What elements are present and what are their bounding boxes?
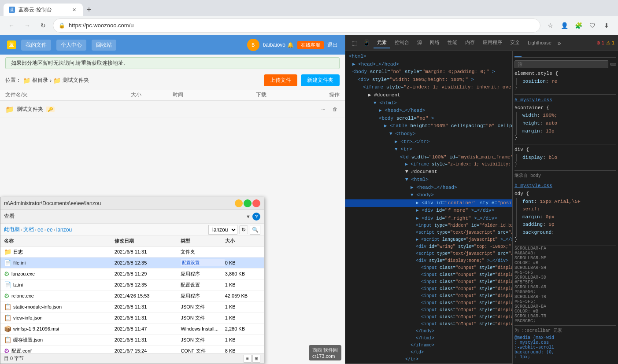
html-line[interactable]: <td width="100%" id="mydisk_main_frame" … bbox=[345, 154, 512, 162]
html-line[interactable]: </html> bbox=[345, 335, 512, 342]
fe-list-view-button[interactable]: ≡ bbox=[244, 355, 252, 363]
account-icon[interactable]: 👤 bbox=[558, 19, 570, 32]
html-line-selected[interactable]: ▶ <div id="container" style="position: r… bbox=[345, 199, 512, 207]
back-button[interactable]: ← bbox=[5, 19, 18, 32]
fe-path-dropdown[interactable]: lanzou bbox=[208, 225, 237, 235]
html-line[interactable]: <body scroll="no" style="margin: 0;paddi… bbox=[345, 68, 512, 76]
breadcrumb-root[interactable]: 根目录 bbox=[32, 77, 48, 84]
html-line[interactable]: ▶ <head>…</head> bbox=[345, 61, 512, 69]
tab-application[interactable]: 应用程序 bbox=[479, 37, 506, 48]
html-line[interactable]: ▼ <body> bbox=[345, 191, 512, 199]
list-item[interactable]: 📄 lz.ini 2021/6/8 12:35 配置设置 1 KB bbox=[0, 279, 264, 290]
forward-button[interactable]: → bbox=[21, 19, 33, 32]
html-line[interactable]: <input class="oInput" style="display: no… bbox=[345, 272, 512, 279]
style-source-link[interactable]: # mystyle.css bbox=[514, 97, 552, 103]
html-line[interactable]: <input class="oInput" style="display: no… bbox=[345, 279, 512, 286]
tab-styles[interactable] bbox=[514, 53, 522, 57]
list-item[interactable]: 📦 winfsp-1.9.21096.msi 2021/6/8 11:47 Wi… bbox=[0, 324, 264, 335]
html-line[interactable]: <input class="oInput" style="display: no… bbox=[345, 293, 512, 300]
fe-help-button[interactable]: ? bbox=[252, 213, 260, 221]
tab-computed[interactable] bbox=[522, 53, 529, 57]
html-line[interactable]: </td> bbox=[345, 349, 512, 356]
refresh-button[interactable]: ↻ bbox=[37, 19, 49, 32]
html-line[interactable]: ▼ #document bbox=[345, 168, 512, 176]
html-line[interactable]: ▶ <iframe style="z-index: 1; visibility:… bbox=[345, 161, 512, 168]
list-item[interactable]: ⚙ rclone.exe 2021/4/26 15:53 应用程序 42,059… bbox=[0, 290, 264, 301]
tab-elements[interactable]: 元素 bbox=[374, 37, 390, 48]
fe-path-ee1[interactable]: ee bbox=[37, 227, 43, 233]
html-line[interactable]: ▶ <head>…</head> bbox=[345, 184, 512, 192]
tab-close-button[interactable]: ✕ bbox=[70, 6, 78, 13]
list-item[interactable]: 📋 static-module-info.json 2021/6/8 11:31… bbox=[0, 301, 264, 313]
html-line[interactable]: </iframe> bbox=[345, 342, 512, 349]
tab-more-icon[interactable]: » bbox=[556, 40, 563, 47]
html-line[interactable]: <body scroll="no" > bbox=[345, 115, 512, 123]
html-line[interactable]: ▼ <tr> bbox=[345, 146, 512, 154]
fe-close-button[interactable]: ✕ bbox=[252, 199, 260, 207]
html-line[interactable]: ▶ <div id="f_right" >…</div> bbox=[345, 215, 512, 223]
tab-console[interactable]: 控制台 bbox=[391, 37, 413, 48]
list-item[interactable]: 📁 日志 2021/6/8 11:31 文件夹 bbox=[0, 246, 264, 257]
html-line[interactable]: <input class="oInput" style="display: no… bbox=[345, 314, 512, 321]
fe-path-lanzou[interactable]: lanzou bbox=[56, 227, 72, 233]
upload-button[interactable]: 上传文件 bbox=[264, 74, 297, 86]
html-line[interactable]: ▶ <head>…</head> bbox=[345, 107, 512, 115]
html-line[interactable]: <input class="oInput" style="display: no… bbox=[345, 307, 512, 314]
table-row[interactable]: 📁 测试文件夹 🔑 ··· 🗑 bbox=[0, 101, 345, 118]
html-line[interactable]: <iframe style="z-index: 1; visibility: i… bbox=[345, 84, 512, 92]
html-line[interactable]: <input class="oInput" style="display: no… bbox=[345, 265, 512, 272]
html-line[interactable]: </tr> bbox=[345, 356, 512, 363]
html-line[interactable]: ▶ <script language="javascript" >…</scri… bbox=[345, 236, 512, 243]
style-source-link2[interactable]: b mystyle.css bbox=[514, 183, 552, 188]
fe-grid-view-button[interactable]: ⊞ bbox=[252, 355, 260, 363]
elements-panel[interactable]: <html> ▶ <head>…</head> <body scroll="no… bbox=[345, 51, 512, 364]
tab-performance[interactable]: 性能 bbox=[444, 37, 461, 48]
list-item[interactable]: 📄 file.ini 2021/6/8 12:35 配置设置 0 KB bbox=[0, 257, 264, 268]
tab-lighthouse[interactable]: Lighthouse bbox=[524, 38, 555, 48]
list-item[interactable]: ⚙ lanzou.exe 2021/6/8 11:29 应用程序 3,860 K… bbox=[0, 268, 264, 279]
html-line[interactable]: ▼ <html> bbox=[345, 99, 512, 107]
tab-network[interactable]: 网络 bbox=[426, 37, 443, 48]
new-folder-button[interactable]: 新建文件夹 bbox=[301, 74, 340, 86]
fe-path-ee2[interactable]: ee bbox=[47, 227, 52, 233]
delete-button[interactable]: 🗑 bbox=[330, 104, 340, 114]
fe-path-computer[interactable]: 此电脑 bbox=[4, 226, 20, 233]
fe-minimize-button[interactable]: — bbox=[235, 199, 243, 207]
star-icon[interactable]: ☆ bbox=[544, 19, 556, 32]
styles-filter-input[interactable] bbox=[514, 60, 608, 68]
filter-state-button[interactable] bbox=[610, 63, 616, 66]
fe-path-doc[interactable]: 文档 bbox=[23, 226, 34, 233]
html-line[interactable]: <input class="oInput" style="display: no… bbox=[345, 286, 512, 293]
devtools-inspect-icon[interactable]: ⬚ bbox=[349, 38, 359, 48]
html-line[interactable]: <html> bbox=[345, 53, 512, 61]
list-item[interactable]: ⚙ 配置.conf 2021/6/7 15:24 CONF 文件 8 KB bbox=[0, 346, 264, 353]
extension-icon[interactable]: 🧩 bbox=[572, 19, 585, 32]
html-line[interactable]: ▼ <tbody> bbox=[345, 130, 512, 138]
html-line[interactable]: <script type="text/javascript" src="/inc… bbox=[345, 229, 512, 236]
tab-sources[interactable]: 源 bbox=[414, 37, 426, 48]
fe-search-button[interactable]: 🔍 bbox=[250, 225, 260, 235]
html-line[interactable]: <input class="oInput" style="display: no… bbox=[345, 321, 512, 328]
tab-memory[interactable]: 内存 bbox=[462, 37, 478, 48]
online-service-button[interactable]: 在线客服 bbox=[297, 41, 324, 49]
more-ops-button[interactable]: ··· bbox=[318, 104, 328, 114]
nav-my-files[interactable]: 我的文件 bbox=[21, 40, 51, 51]
nav-personal-center[interactable]: 个人中心 bbox=[56, 40, 86, 51]
fe-refresh-button[interactable]: ↻ bbox=[239, 225, 248, 234]
html-line[interactable]: ▶ <table height="100%" cellspacing="0" c… bbox=[345, 122, 512, 130]
html-line[interactable]: <input class="oInput" style="display: no… bbox=[345, 300, 512, 307]
fe-maximize-button[interactable]: □ bbox=[244, 199, 252, 207]
html-line[interactable]: <div style="display:none;" >…</div> bbox=[345, 257, 512, 265]
html-line[interactable]: </body> bbox=[345, 328, 512, 335]
html-line[interactable]: ▶ <div id="f_more" >…</div> bbox=[345, 207, 512, 215]
html-line[interactable]: <script type="text/javascript" src="/img… bbox=[345, 250, 512, 257]
new-tab-button[interactable]: + bbox=[83, 4, 95, 16]
logout-button[interactable]: 退出 bbox=[327, 41, 338, 49]
html-line[interactable]: <input type="hidden" id="folder_id_bibao… bbox=[345, 222, 512, 229]
address-bar[interactable]: 🔒 https://pc.woozooo.com/u bbox=[53, 18, 540, 33]
list-item[interactable]: 📋 view-info.json 2021/6/8 11:31 JSON 文件 … bbox=[0, 313, 264, 324]
html-line[interactable]: ▼ <html> bbox=[345, 176, 512, 184]
html-line[interactable]: ▶ #document bbox=[345, 92, 512, 99]
html-line[interactable]: <div style="width: 100%;height: 100%;" > bbox=[345, 76, 512, 84]
devtools-device-icon[interactable]: 📱 bbox=[361, 38, 372, 48]
